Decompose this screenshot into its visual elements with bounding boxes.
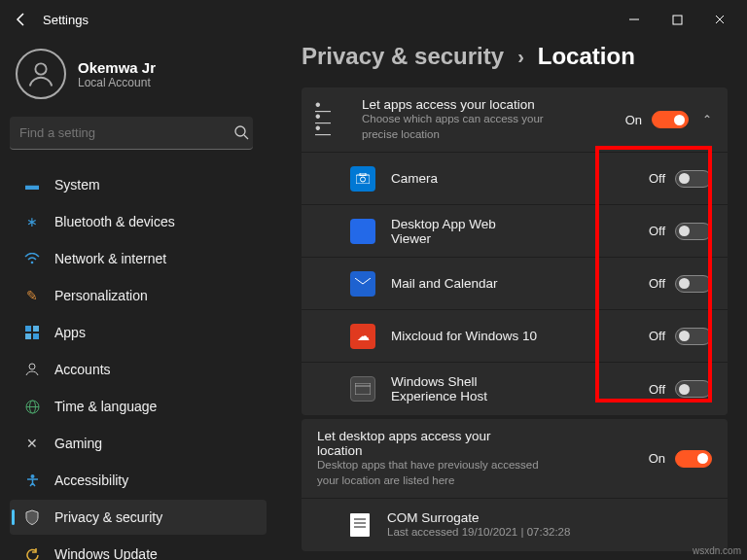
monitor-icon: ▬ (23, 176, 41, 193)
minimize-button[interactable] (613, 4, 656, 35)
bluetooth-icon: ∗ (23, 213, 41, 230)
cloud-icon: ☁ (350, 324, 375, 349)
accessibility-icon (23, 472, 41, 489)
mail-calendar-toggle[interactable] (675, 275, 712, 293)
nav-personalization[interactable]: ✎Personalization (10, 278, 267, 313)
list-icon: • —• —• — (315, 105, 344, 134)
watermark: wsxdn.com (693, 545, 741, 556)
window-icon (350, 376, 375, 402)
svg-point-18 (361, 177, 366, 182)
user-name: Okemwa Jr (78, 59, 156, 76)
svg-rect-10 (25, 333, 31, 339)
nav-time-language[interactable]: Time & language (10, 389, 267, 424)
app-row-mixcloud: ☁ Mixcloud for Windows 10 Off (302, 310, 728, 363)
nav-list: ▬System ∗Bluetooth & devices Network & i… (10, 167, 267, 560)
main-panel: Privacy & security › Location • —• —• — … (272, 39, 747, 560)
chevron-up-icon[interactable]: ⌃ (702, 113, 712, 126)
wifi-icon (23, 250, 41, 267)
sidebar: Okemwa Jr Local Account ▬System ∗Bluetoo… (0, 39, 272, 560)
search-container (10, 117, 267, 150)
camera-icon (350, 166, 375, 192)
avatar (16, 49, 66, 99)
apps-icon (23, 324, 41, 341)
nav-privacy-security[interactable]: Privacy & security (10, 500, 267, 535)
nav-bluetooth[interactable]: ∗Bluetooth & devices (10, 204, 267, 239)
user-account-type: Local Account (78, 76, 156, 89)
svg-rect-1 (673, 16, 682, 24)
nav-network[interactable]: Network & internet (10, 241, 267, 276)
app-icon (350, 219, 375, 244)
svg-point-5 (235, 126, 245, 136)
let-desktop-apps-toggle[interactable] (675, 450, 712, 468)
nav-gaming[interactable]: ✕Gaming (10, 426, 267, 461)
app-row-shell-experience: Windows Shell Experience Host Off (302, 363, 728, 415)
svg-rect-17 (356, 175, 370, 184)
location-access-panel: • —• —• — Let apps access your location … (302, 88, 728, 415)
close-button[interactable] (698, 4, 741, 35)
svg-rect-9 (33, 326, 39, 332)
nav-windows-update[interactable]: Windows Update (10, 537, 267, 560)
nav-accessibility[interactable]: Accessibility (10, 463, 267, 498)
app-row-desktop-app-web-viewer: Desktop App Web Viewer Off (302, 205, 728, 258)
svg-point-12 (29, 364, 35, 369)
app-row-mail-calendar: Mail and Calendar Off (302, 258, 728, 310)
breadcrumb: Privacy & security › Location (302, 43, 728, 70)
search-icon (233, 124, 249, 140)
window-title: Settings (43, 13, 89, 27)
svg-rect-21 (355, 383, 371, 395)
maximize-button[interactable] (656, 4, 698, 35)
desktop-app-entry: COM Surrogate Last accessed 19/10/2021 |… (302, 499, 728, 551)
back-button[interactable] (6, 4, 37, 35)
svg-rect-19 (360, 173, 366, 176)
mail-icon (350, 271, 375, 297)
update-icon (23, 545, 41, 560)
let-apps-access-row[interactable]: • —• —• — Let apps access your location … (302, 88, 728, 153)
let-apps-access-toggle[interactable] (652, 111, 689, 128)
camera-toggle[interactable] (675, 170, 712, 188)
desktop-app-web-viewer-toggle[interactable] (675, 223, 712, 240)
let-desktop-apps-row[interactable]: Let desktop apps access your location De… (302, 419, 728, 499)
chevron-right-icon: › (517, 46, 524, 68)
search-input[interactable] (10, 117, 253, 150)
mixcloud-toggle[interactable] (675, 328, 712, 345)
svg-rect-8 (25, 326, 31, 332)
shell-experience-toggle[interactable] (675, 380, 712, 398)
nav-system[interactable]: ▬System (10, 167, 267, 202)
svg-rect-11 (33, 333, 39, 339)
shield-icon (23, 508, 41, 526)
nav-accounts[interactable]: Accounts (10, 352, 267, 387)
toggle-state: On (625, 113, 642, 127)
file-icon (350, 513, 370, 537)
breadcrumb-current: Location (538, 43, 635, 70)
globe-icon (23, 398, 41, 415)
person-icon (23, 361, 41, 378)
breadcrumb-parent[interactable]: Privacy & security (302, 43, 504, 70)
user-profile[interactable]: Okemwa Jr Local Account (10, 49, 267, 99)
gaming-icon: ✕ (23, 435, 41, 452)
app-row-camera: Camera Off (302, 153, 728, 205)
nav-apps[interactable]: Apps (10, 315, 267, 350)
desktop-apps-panel: Let desktop apps access your location De… (302, 419, 728, 551)
svg-line-6 (244, 135, 248, 139)
svg-point-16 (30, 474, 34, 478)
svg-point-4 (35, 63, 46, 74)
brush-icon: ✎ (23, 287, 41, 304)
svg-point-7 (31, 262, 34, 264)
